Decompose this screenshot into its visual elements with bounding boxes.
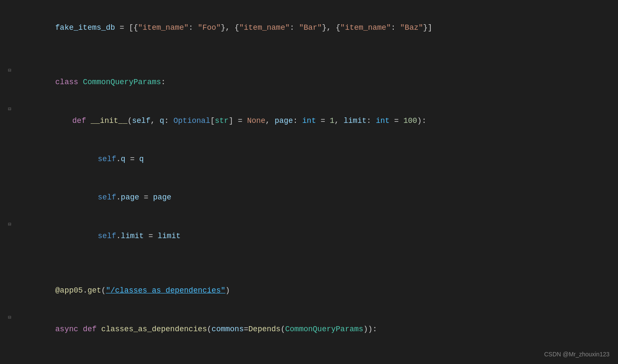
token: fake_items_db [55,23,115,32]
token: ] = [229,117,247,125]
code-line-selfpage: self.page = page [0,179,618,217]
token: ( [207,325,212,333]
line-content-init: def __init__(self, q: Optional[str] = No… [19,102,618,139]
token: . [116,155,121,163]
fold-icon-class[interactable]: ⊟ [8,67,11,75]
token: ( [127,117,132,125]
code-line-blank2 [0,255,618,271]
token: = [139,193,153,202]
code-line-init: ⊟ def __init__(self, q: Optional[str] = … [0,102,618,140]
token: def [83,325,101,333]
token: }, { [322,23,340,32]
token: = [389,117,403,125]
token: [ [210,117,215,125]
token: : [391,23,400,32]
line-content-1: fake_items_db = [{"item_name": "Foo"}, {… [19,9,618,46]
token: "Bar" [299,23,322,32]
gutter-class: ⊟ [0,67,19,75]
gutter-init: ⊟ [0,105,19,114]
token: , [266,117,275,125]
token: = [244,325,249,333]
token: __init__ [91,117,127,125]
token: page [121,193,139,202]
token: }, { [221,23,239,32]
token: = [144,232,157,240]
line-content-selfq: self.q = q [19,141,618,177]
code-line-asyncdef: ⊟ async def classes_as_dependencies(comm… [0,310,618,348]
code-line-response: response = {} [0,348,618,364]
line-content-blank2 [19,256,618,268]
token: ( [280,325,285,333]
token: int [302,117,316,125]
token: self [98,232,116,240]
token: 1 [330,117,335,125]
token: CommonQueryParams [83,78,161,86]
code-editor: fake_items_db = [{"item_name": "Foo"}, {… [0,0,618,364]
gutter-asyncdef: ⊟ [0,314,19,322]
token: limit [157,232,180,240]
token: "/classes_as_dependencies" [106,286,226,295]
token: "Foo" [198,23,221,32]
token: q [121,155,126,163]
code-line-class: ⊟ class CommonQueryParams: [0,63,618,101]
token: q [160,117,164,125]
token: limit [343,117,366,125]
token: self [98,155,116,163]
token: : [293,117,302,125]
token: class [55,78,83,86]
token: Optional [174,117,210,125]
code-line-selflimit: ⊟ self.limit = limit [0,217,618,255]
token: . [116,193,121,202]
token: def [72,117,91,125]
code-line-1: fake_items_db = [{"item_name": "Foo"}, {… [0,9,618,47]
code-line-selfq: self.q = q [0,140,618,178]
token: ) [226,286,230,295]
token: @app05 [55,286,83,295]
token: : [290,23,299,32]
fold-icon-limit[interactable]: ⊟ [8,221,11,229]
token: commons [212,325,244,333]
token: , [150,117,160,125]
gutter-selflimit: ⊟ [0,221,19,229]
token: = [126,155,139,163]
token: q [139,155,144,163]
token: self [132,117,150,125]
token: = [{ [115,23,138,32]
token: : [189,23,198,32]
token: None [247,117,265,125]
token: self [98,193,116,202]
line-content-selflimit: self.limit = limit [19,218,618,254]
token: "item_name" [239,23,290,32]
token: . [116,232,121,240]
code-line-blank1 [0,47,618,63]
line-content-blank1 [19,48,618,60]
token: "item_name" [340,23,391,32]
token: classes_as_dependencies [101,325,207,333]
line-content-asyncdef: async def classes_as_dependencies(common… [19,311,618,347]
line-content-decorator: @app05.get("/classes_as_dependencies") [19,272,618,309]
token: page [275,117,293,125]
token: 100 [403,117,417,125]
token: : [164,117,174,125]
watermark: CSDN @Mr_zhouxin123 [544,350,610,359]
token: ( [101,286,106,295]
token: , [335,117,344,125]
fold-icon-asyncdef[interactable]: ⊟ [8,314,11,322]
token: limit [121,232,144,240]
token: : [366,117,376,125]
token: page [153,193,171,202]
token: }] [423,23,432,32]
token: get [87,286,101,295]
token: int [376,117,389,125]
code-line-decorator: @app05.get("/classes_as_dependencies") [0,271,618,310]
token: str [215,117,229,125]
token: : [161,78,166,86]
fold-icon-init[interactable]: ⊟ [8,105,11,114]
token: async [55,325,83,333]
token: )): [363,325,377,333]
token: . [83,286,88,295]
line-content-class: class CommonQueryParams: [19,64,618,100]
line-content-selfpage: self.page = page [19,179,618,216]
token: ): [417,117,426,125]
token: "Baz" [400,23,423,32]
